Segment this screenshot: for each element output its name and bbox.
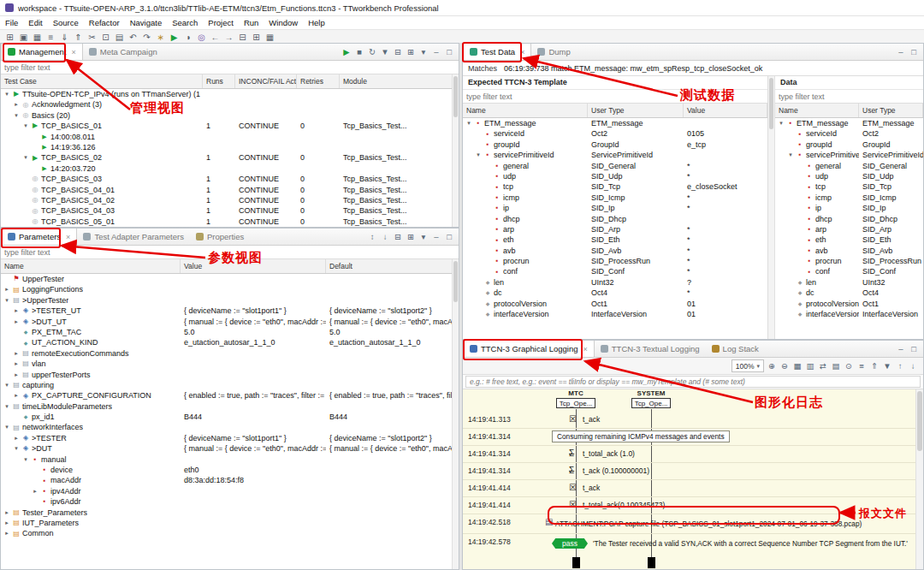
logging-toolbar-icon[interactable] bbox=[831, 361, 841, 371]
scrollbar-thumb[interactable] bbox=[453, 76, 458, 117]
view-toolbar-icon[interactable] bbox=[341, 47, 352, 57]
parameter-row[interactable]: vlan bbox=[1, 359, 459, 369]
view-toolbar-icon[interactable] bbox=[380, 47, 390, 57]
parameter-row[interactable]: UT_ACTION_KIND e_utaction_autosar_1_1_0 … bbox=[1, 337, 459, 347]
parameter-row[interactable]: UpperTester bbox=[1, 274, 459, 284]
column-header[interactable]: User Type bbox=[859, 104, 923, 117]
close-icon[interactable]: × bbox=[583, 345, 588, 353]
tab-textual-logging[interactable]: TTCN-3 Textual Logging bbox=[595, 341, 706, 357]
data-field-row[interactable]: eth SID_Eth bbox=[775, 235, 923, 245]
menu-item[interactable]: Run bbox=[239, 18, 264, 27]
expander-icon[interactable] bbox=[3, 518, 10, 528]
column-header[interactable]: INCONC/FAIL Action bbox=[235, 74, 297, 88]
template-field-row[interactable]: ETM_message ETM_message bbox=[463, 118, 767, 128]
test-case-row[interactable]: 14:20:03.720 bbox=[1, 163, 459, 174]
test-case-row[interactable]: Basics (20) bbox=[1, 110, 459, 121]
view-toolbar-icon[interactable] bbox=[909, 344, 919, 354]
toolbar-icon[interactable] bbox=[18, 32, 29, 43]
parameter-row[interactable]: manual bbox=[1, 454, 459, 465]
template-field-row[interactable]: arp SID_Arp * bbox=[463, 224, 767, 235]
logging-toolbar-icon[interactable] bbox=[767, 361, 777, 371]
template-field-row[interactable]: tcp SID_Tcp e_closeSocket bbox=[463, 181, 767, 192]
toolbar-icon[interactable] bbox=[251, 32, 262, 43]
template-field-row[interactable]: interfaceVersion InterfaceVersion 01 bbox=[463, 309, 767, 319]
data-field-row[interactable]: ip SID_Ip bbox=[775, 203, 923, 213]
logging-toolbar-icon[interactable] bbox=[882, 361, 892, 371]
column-header[interactable]: User Type bbox=[588, 104, 684, 117]
template-field-row[interactable]: serviceId Oct2 0105 bbox=[463, 128, 767, 139]
menu-item[interactable]: Project bbox=[203, 18, 239, 27]
view-toolbar-icon[interactable] bbox=[896, 47, 906, 57]
expander-icon[interactable] bbox=[3, 284, 10, 294]
scrollbar-thumb[interactable] bbox=[917, 391, 922, 451]
logging-toolbar-icon[interactable] bbox=[779, 361, 790, 371]
toolbar-icon[interactable] bbox=[182, 32, 193, 43]
expander-icon[interactable] bbox=[13, 443, 20, 454]
parameter-row[interactable]: PX_ETM_TAC 5.0 5.0 bbox=[1, 327, 459, 337]
view-toolbar-icon[interactable] bbox=[418, 232, 429, 242]
parameter-row[interactable]: Common bbox=[1, 528, 459, 538]
data-field-row[interactable]: serviceId Oct2 bbox=[775, 128, 923, 139]
expander-icon[interactable] bbox=[13, 433, 20, 443]
tab-test-adapter-parameters[interactable]: Test Adapter Parameters bbox=[77, 229, 190, 245]
scrollbar[interactable] bbox=[452, 259, 459, 569]
test-case-row[interactable]: TCP_BASICS_02 1 CONTINUE 0 Tcp_Basics_Te… bbox=[1, 152, 459, 163]
toolbar-icon[interactable] bbox=[155, 32, 166, 43]
close-icon[interactable]: × bbox=[66, 233, 70, 241]
column-header[interactable]: Default bbox=[326, 259, 459, 273]
tab-dump[interactable]: Dump bbox=[531, 44, 576, 60]
expander-icon[interactable] bbox=[3, 380, 10, 390]
close-icon[interactable]: × bbox=[71, 48, 75, 56]
tab-graphical-logging[interactable]: TTCN-3 Graphical Logging × bbox=[463, 341, 595, 357]
toolbar-icon[interactable] bbox=[127, 32, 139, 43]
template-field-row[interactable]: avb SID_Avb * bbox=[463, 246, 767, 256]
toolbar-icon[interactable] bbox=[264, 32, 275, 43]
toolbar-icon[interactable] bbox=[196, 32, 207, 43]
view-toolbar-icon[interactable] bbox=[418, 47, 429, 57]
column-header[interactable]: Retries bbox=[297, 74, 340, 88]
test-case-row[interactable]: Acknowledgment (3) bbox=[1, 99, 459, 110]
column-header[interactable]: Value bbox=[181, 259, 326, 273]
parameter-row[interactable]: PX_CAPTURE_CONFIGURATION { enabled := tr… bbox=[1, 390, 459, 401]
log-event-row[interactable]: 14:19:41.314 Consuming remaining ICMPv4 … bbox=[463, 429, 916, 446]
view-toolbar-icon[interactable] bbox=[354, 47, 364, 57]
parameter-row[interactable]: macAddr d8:3a:dd:18:54:f8 bbox=[1, 475, 459, 485]
view-toolbar-icon[interactable] bbox=[367, 47, 377, 57]
view-toolbar-icon[interactable] bbox=[380, 232, 390, 242]
expander-icon[interactable] bbox=[787, 150, 794, 160]
parameter-row[interactable]: remoteExecutionCommands bbox=[1, 348, 459, 359]
data-field-row[interactable]: general SID_General bbox=[775, 161, 923, 171]
menu-item[interactable]: Search bbox=[167, 18, 203, 27]
template-filter-input[interactable] bbox=[463, 91, 767, 102]
logging-toolbar-icon[interactable] bbox=[869, 361, 880, 371]
menu-item[interactable]: Refactor bbox=[84, 18, 125, 27]
close-icon[interactable]: × bbox=[520, 48, 524, 56]
menu-item[interactable]: File bbox=[0, 18, 23, 27]
view-toolbar-icon[interactable] bbox=[406, 232, 416, 242]
expander-icon[interactable] bbox=[778, 118, 785, 128]
logging-toolbar-icon[interactable] bbox=[856, 361, 867, 371]
expander-icon[interactable] bbox=[475, 150, 482, 160]
template-field-row[interactable]: servicePrimitiveId ServicePrimitiveId bbox=[463, 150, 767, 160]
tab-test-data[interactable]: Test Data × bbox=[463, 44, 531, 60]
logging-toolbar-icon[interactable] bbox=[895, 361, 905, 371]
parameters-filter-input[interactable] bbox=[1, 246, 459, 258]
view-toolbar-icon[interactable] bbox=[444, 232, 454, 242]
template-field-row[interactable]: general SID_General * bbox=[463, 161, 767, 171]
test-case-row[interactable]: TCP_BASICS_01 1 CONTINUE 0 Tcp_Basics_Te… bbox=[1, 121, 459, 131]
toolbar-icon[interactable] bbox=[4, 32, 15, 43]
column-header[interactable]: Name bbox=[775, 104, 859, 117]
test-case-row[interactable]: 14:00:08.011 bbox=[1, 132, 459, 142]
expander-icon[interactable] bbox=[32, 486, 38, 496]
menu-item[interactable]: Edit bbox=[23, 18, 47, 27]
scrollbar-thumb[interactable] bbox=[769, 78, 773, 129]
template-field-row[interactable]: dhcp SID_Dhcp bbox=[463, 214, 767, 224]
data-filter-input[interactable] bbox=[775, 91, 923, 102]
parameter-row[interactable]: Tester_Parameters bbox=[1, 508, 459, 518]
template-field-row[interactable]: len UInt32 ? bbox=[463, 277, 767, 288]
data-field-row[interactable]: dc Oct4 bbox=[775, 288, 923, 298]
scrollbar-thumb[interactable] bbox=[453, 261, 458, 302]
tab-properties[interactable]: Properties bbox=[190, 229, 250, 245]
toolbar-icon[interactable] bbox=[73, 32, 84, 43]
data-field-row[interactable]: ETM_message ETM_message bbox=[775, 118, 923, 128]
